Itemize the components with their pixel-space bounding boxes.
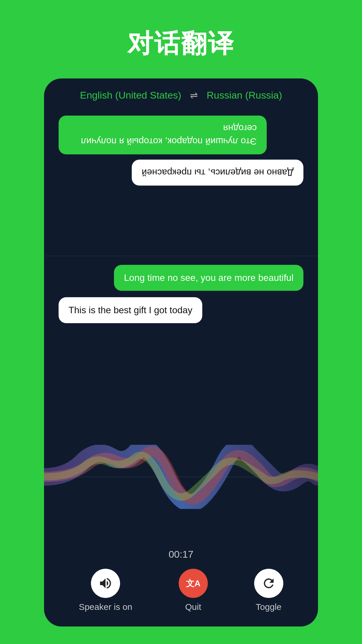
target-language[interactable]: Russian (Russia): [207, 90, 282, 101]
quit-label: Quit: [185, 602, 201, 612]
quit-button[interactable]: 文A: [179, 569, 208, 598]
toggle-icon: [261, 576, 276, 591]
language-bar: English (United States) ⇌ Russian (Russi…: [44, 78, 318, 110]
lower-bubble-green: Long time no see, you are more beautiful: [114, 265, 303, 291]
lower-bubble-white: This is the best gift I got today: [59, 297, 202, 323]
waveform-visual: [44, 445, 318, 509]
speaker-button[interactable]: [91, 569, 120, 598]
page-title: 对话翻译: [127, 26, 235, 61]
recording-timer: 00:17: [44, 549, 318, 563]
speaker-icon: [98, 576, 113, 591]
bottom-controls: Speaker is on 文A Quit Toggle: [44, 563, 318, 626]
phone-card: English (United States) ⇌ Russian (Russi…: [44, 78, 318, 626]
lower-chat-section: Long time no see, you are more beautiful…: [44, 256, 318, 405]
upper-chat-section: Давно не виделись, ты прекрасней Это луч…: [44, 110, 318, 256]
svg-text:文A: 文A: [186, 579, 201, 588]
toggle-button[interactable]: [254, 569, 283, 598]
upper-bubble-white: Давно не виделись, ты прекрасней: [132, 160, 303, 186]
toggle-label: Toggle: [256, 602, 281, 612]
swap-languages-icon[interactable]: ⇌: [190, 90, 198, 101]
speaker-control: Speaker is on: [79, 569, 132, 612]
waveform-area: [44, 408, 318, 546]
translate-icon: 文A: [186, 576, 201, 591]
upper-bubble-green: Это лучший подарок, который я получил се…: [59, 116, 267, 155]
speaker-label: Speaker is on: [79, 602, 132, 612]
quit-control: 文A Quit: [179, 569, 208, 612]
source-language[interactable]: English (United States): [80, 90, 181, 101]
toggle-control: Toggle: [254, 569, 283, 612]
